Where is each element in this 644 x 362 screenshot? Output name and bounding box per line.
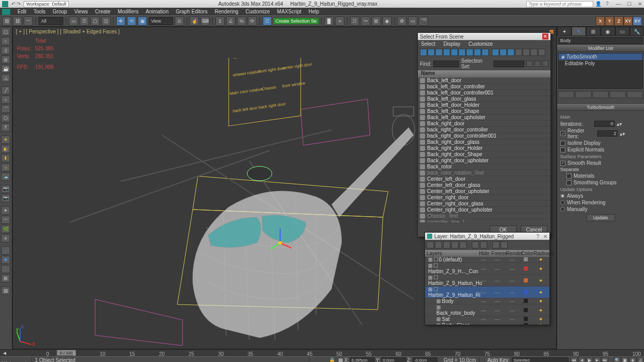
omni-light-icon[interactable]: ☀: [1, 136, 10, 144]
layer-help-icon[interactable]: ?: [536, 234, 539, 239]
update-always-radio[interactable]: [560, 194, 565, 198]
menu-grapheditors[interactable]: Graph Editors: [176, 9, 208, 14]
axis-y-button[interactable]: Y: [605, 16, 614, 26]
sfs-opt4-icon[interactable]: [538, 49, 545, 56]
sfs-item[interactable]: Center_left_door_glass: [418, 182, 550, 188]
maximize-button[interactable]: ☐: [627, 1, 632, 7]
menu-group[interactable]: Group: [53, 9, 67, 14]
layer-table[interactable]: Layers Hide Freeze Render Color Radiosit…: [425, 250, 549, 325]
sfs-filter-group-icon[interactable]: [466, 49, 473, 56]
sfs-menu-customize[interactable]: Customize: [469, 41, 493, 47]
arc-icon[interactable]: ⌒: [1, 105, 10, 113]
layer-row[interactable]: ⊞ Body———✦: [425, 298, 549, 304]
select-manipulate-icon[interactable]: ☝: [190, 16, 199, 26]
sfs-item[interactable]: back_left_door_controller: [418, 84, 550, 90]
sfs-opt1-icon[interactable]: [515, 49, 522, 56]
layer-expand-icon[interactable]: [492, 241, 500, 249]
mirror-icon[interactable]: ▐▌: [324, 16, 334, 26]
help-icon[interactable]: ?: [605, 1, 609, 7]
smooth-result-checkbox[interactable]: ✓: [560, 161, 565, 166]
ngon-icon[interactable]: ⬡: [1, 114, 10, 122]
cone-primitive-icon[interactable]: △: [1, 74, 10, 82]
sfs-filter-shape-icon[interactable]: [428, 49, 435, 56]
zoom-icon[interactable]: 🔍: [614, 357, 621, 362]
layer-row[interactable]: ⊞ Harbin_Z_9_Haitun_Ri———✦: [425, 287, 549, 298]
display-tab[interactable]: ▭: [615, 27, 630, 36]
sfs-item[interactable]: Chassis_Text: [418, 213, 550, 219]
isoline-checkbox[interactable]: [560, 141, 565, 146]
sfs-filter-helper-icon[interactable]: [451, 49, 458, 56]
menu-help[interactable]: Help: [308, 9, 319, 14]
sep-materials-checkbox[interactable]: [566, 174, 572, 179]
object-name-input[interactable]: [558, 37, 643, 44]
line-icon[interactable]: ╱: [1, 86, 10, 94]
direct-light-icon[interactable]: ⬇: [1, 154, 10, 162]
timeline-prev-key-icon[interactable]: ◄: [2, 350, 7, 356]
sfs-column-name[interactable]: Name: [418, 70, 550, 78]
sfs-find-input[interactable]: [433, 61, 459, 67]
layer-row[interactable]: ⊞ Harbin_Z_9_Haitun_Ho———✦: [425, 275, 549, 287]
sfs-filter-geom-icon[interactable]: [420, 49, 427, 56]
sfs-selset-btn1[interactable]: [526, 61, 532, 67]
modify-tab[interactable]: ✎: [572, 27, 586, 36]
sfs-filter-light-icon[interactable]: [435, 49, 443, 56]
spacewarp-icon[interactable]: 〰: [1, 216, 10, 224]
layer-row[interactable]: ⊞ Back_rotor_body———✦: [425, 304, 549, 316]
layer-row[interactable]: ⊞ Harbin_Z_9_H..._Con———✦: [425, 263, 549, 275]
unlink-icon[interactable]: ⛓: [13, 16, 22, 26]
turbosmooth-rollout[interactable]: TurboSmooth: [557, 104, 644, 111]
plant-icon[interactable]: 🌿: [1, 225, 10, 233]
next-frame-icon[interactable]: ►: [594, 357, 601, 362]
sunlight-icon[interactable]: ☼: [1, 163, 10, 172]
sfs-item[interactable]: Back_left_door_glass: [418, 96, 550, 102]
render-iters-spinner[interactable]: [597, 130, 618, 137]
cylinder-primitive-icon[interactable]: ▯: [1, 46, 10, 54]
update-whenrendering-radio[interactable]: [560, 200, 565, 205]
align-icon[interactable]: ≡: [335, 16, 344, 26]
play-icon[interactable]: ▶: [586, 357, 593, 362]
sfs-close-button[interactable]: ✕: [542, 33, 548, 40]
z-coord-input[interactable]: [413, 357, 437, 363]
modifier-editablepoly[interactable]: Editable Poly: [559, 60, 642, 67]
pin-stack-icon[interactable]: [558, 91, 574, 98]
close-button[interactable]: ✕: [638, 1, 642, 7]
keyboard-shortcut-icon[interactable]: ⌨: [200, 16, 210, 26]
goto-end-icon[interactable]: ⏭: [601, 357, 609, 362]
sfs-filter-bone-icon[interactable]: [482, 49, 489, 56]
layer-row[interactable]: ⊞ 0 (default)———✦: [425, 257, 549, 263]
render-iters-checkbox[interactable]: ✓: [560, 131, 565, 136]
create-selection-set-input[interactable]: Create Selection Se: [273, 18, 319, 24]
spot-light-icon[interactable]: ◐: [1, 145, 10, 153]
sfs-item[interactable]: Back_left_door: [418, 78, 550, 84]
zoom-extents-icon[interactable]: ◈: [629, 357, 636, 362]
autokey-button[interactable]: Auto Key: [485, 357, 511, 363]
show-end-result-icon[interactable]: [575, 91, 591, 98]
sfs-opt3-icon[interactable]: [530, 49, 538, 56]
select-move-icon[interactable]: ✥: [116, 16, 125, 26]
hierarchy-tab[interactable]: ⊞: [586, 27, 600, 36]
sfs-filter-xref-icon[interactable]: [474, 49, 481, 56]
sep-smoothing-checkbox[interactable]: [566, 180, 572, 185]
sfs-item[interactable]: Back_right_door_glass: [418, 139, 550, 145]
workspace-dropdown[interactable]: Workspace: Default: [24, 1, 69, 7]
sfs-selset-dropdown[interactable]: [493, 61, 524, 67]
sfs-list[interactable]: Back_left_doorback_left_door_controllerb…: [418, 78, 550, 222]
sfs-menu-display[interactable]: Display: [444, 41, 461, 47]
layer-freeze-icon[interactable]: [480, 241, 487, 249]
select-link-icon[interactable]: ⛓: [2, 16, 11, 26]
viewport-label[interactable]: [ + ] [ Perspective ] [ Shaded + Edged F…: [16, 29, 120, 34]
teapot-icon[interactable]: ☕: [1, 65, 10, 73]
layer-highlight-icon[interactable]: [459, 241, 467, 249]
select-rotate-icon[interactable]: ⟲: [127, 16, 136, 26]
sfs-item[interactable]: back_rotor_rotation_Text: [418, 170, 550, 176]
menu-edit[interactable]: Edit: [17, 9, 26, 14]
redo-icon[interactable]: ↷: [16, 1, 21, 7]
sfs-item[interactable]: Center_right_door_upholster: [418, 207, 550, 213]
select-name-icon[interactable]: ☰: [80, 16, 89, 26]
utilities-tab[interactable]: 🔧: [630, 27, 644, 36]
time-slider[interactable]: ◄ 0 / 100 051015202530354045505560657075…: [0, 349, 644, 356]
y-coord-input[interactable]: [381, 357, 406, 363]
absolute-mode-icon[interactable]: ▦: [338, 357, 343, 363]
iterations-spinner[interactable]: [594, 121, 615, 127]
free-camera-icon[interactable]: 📷: [1, 194, 10, 202]
